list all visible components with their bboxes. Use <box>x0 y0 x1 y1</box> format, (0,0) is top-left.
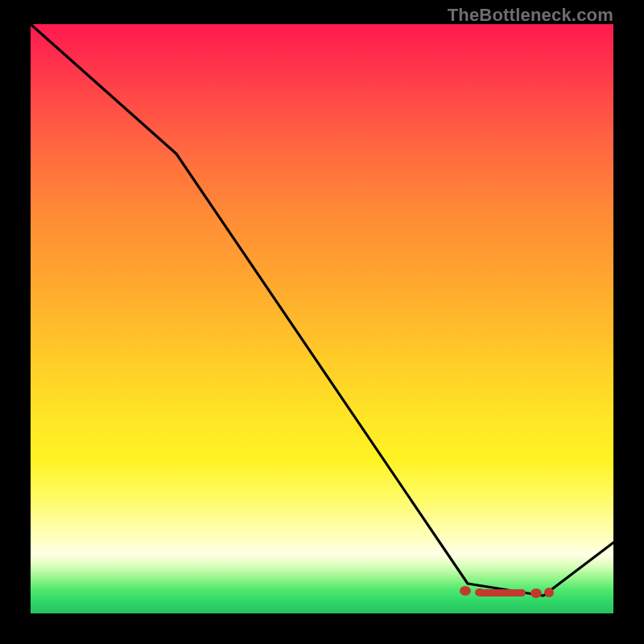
chart-plot-area <box>31 24 613 613</box>
svg-rect-2 <box>477 589 526 597</box>
svg-point-4 <box>544 588 554 597</box>
optimal-range-marker <box>460 586 554 598</box>
watermark-text: TheBottleneck.com <box>448 5 613 26</box>
chart-frame: TheBottleneck.com <box>0 0 644 644</box>
chart-overlay <box>31 24 613 613</box>
bottleneck-curve-line <box>31 24 613 596</box>
svg-point-3 <box>530 588 542 598</box>
svg-point-0 <box>460 586 471 596</box>
